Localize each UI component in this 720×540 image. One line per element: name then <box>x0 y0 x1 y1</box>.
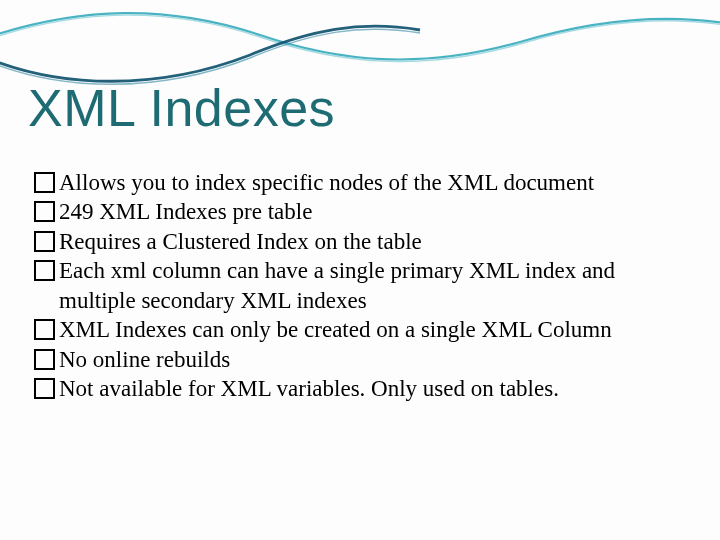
decorative-swoosh <box>0 0 720 90</box>
list-item: Not available for XML variables. Only us… <box>34 374 686 403</box>
bullet-icon <box>34 231 55 252</box>
bullet-text: Allows you to index specific nodes of th… <box>59 168 686 197</box>
bullet-icon <box>34 172 55 193</box>
bullet-text: XML Indexes can only be created on a sin… <box>59 315 686 344</box>
list-item: No online rebuilds <box>34 345 686 374</box>
slide-title: XML Indexes <box>28 78 335 138</box>
bullet-icon <box>34 378 55 399</box>
bullet-icon <box>34 260 55 281</box>
list-item: Requires a Clustered Index on the table <box>34 227 686 256</box>
list-item: XML Indexes can only be created on a sin… <box>34 315 686 344</box>
bullet-text: Requires a Clustered Index on the table <box>59 227 686 256</box>
list-item: 249 XML Indexes pre table <box>34 197 686 226</box>
bullet-text: Each xml column can have a single primar… <box>59 256 686 315</box>
bullet-icon <box>34 349 55 370</box>
list-item: Allows you to index specific nodes of th… <box>34 168 686 197</box>
slide-body: Allows you to index specific nodes of th… <box>34 168 686 404</box>
bullet-icon <box>34 319 55 340</box>
slide: XML Indexes Allows you to index specific… <box>0 0 720 540</box>
bullet-text: 249 XML Indexes pre table <box>59 197 686 226</box>
bullet-text: No online rebuilds <box>59 345 686 374</box>
bullet-text: Not available for XML variables. Only us… <box>59 374 686 403</box>
list-item: Each xml column can have a single primar… <box>34 256 686 315</box>
bullet-icon <box>34 201 55 222</box>
